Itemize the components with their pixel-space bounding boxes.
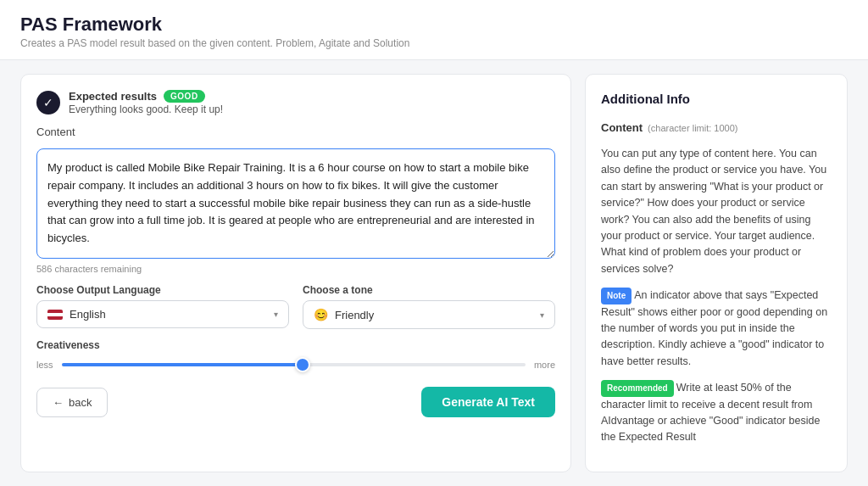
good-badge: GOOD [164,90,205,103]
tone-chevron-icon: ▾ [540,310,544,320]
generate-button[interactable]: Generate AI Text [421,387,555,417]
expected-results-bar: ✓ Expected results GOOD Everything looks… [36,90,555,115]
dropdowns-row: Choose Output Language English ▾ Choos [36,284,555,329]
creativeness-label: Creativeness [36,339,555,351]
expected-label-row: Expected results GOOD [69,90,223,103]
expected-label: Expected results [69,90,157,103]
right-panel: Additional Info Content (character limit… [585,74,848,472]
slider-row: less more [36,356,555,373]
info-body-text: You can put any type of content here. Yo… [601,146,832,277]
check-circle-icon: ✓ [36,91,60,115]
recommended-badge: Recommended [601,380,674,397]
additional-info-title: Additional Info [601,90,832,109]
back-button-label: back [69,396,92,409]
creativeness-section: Creativeness less more [36,339,555,373]
bottom-bar: ← back Generate AI Text [36,387,555,417]
content-label: Content [36,126,555,138]
language-dropdown-group: Choose Output Language English ▾ [36,284,289,329]
smile-icon: 😊 [314,308,328,321]
info-note-text: NoteAn indicator above that says "Expect… [601,288,832,370]
chars-remaining: 586 characters remaining [36,264,555,274]
language-label: Choose Output Language [36,284,289,296]
note-badge: Note [601,288,632,304]
page-title: PAS Framework [20,14,848,36]
back-arrow-icon: ← [53,396,64,409]
language-chevron-icon: ▾ [274,310,278,319]
expected-sub-message: Everything looks good. Keep it up! [69,103,223,115]
generate-button-label: Generate AI Text [442,395,535,409]
info-content-label: Content [601,120,643,137]
note-text: An indicator above that says "Expected R… [601,289,827,367]
info-recommended-text: RecommendedWrite at least 50% of the cha… [601,380,832,446]
tone-dropdown-group: Choose a tone 😊 Friendly ▾ [303,284,555,329]
page-subtitle: Creates a PAS model result based on the … [20,37,848,49]
slider-container [62,356,526,373]
left-panel: ✓ Expected results GOOD Everything looks… [20,74,571,472]
info-section-header: Content (character limit: 1000) [601,120,832,137]
language-value: English [70,308,106,321]
expected-text-group: Expected results GOOD Everything looks g… [69,90,223,115]
slider-min-label: less [36,360,53,370]
content-textarea[interactable]: My product is called Mobile Bike Repair … [36,148,555,259]
slider-max-label: more [534,360,555,370]
tone-select-inner: 😊 Friendly [314,308,374,321]
info-char-limit: (character limit: 1000) [648,121,737,136]
language-select[interactable]: English ▾ [36,300,289,328]
back-button[interactable]: ← back [36,388,108,417]
language-select-inner: English [47,308,106,321]
tone-value: Friendly [335,309,374,321]
tone-select[interactable]: 😊 Friendly ▾ [303,300,555,329]
us-flag-icon [47,310,63,320]
tone-label: Choose a tone [303,284,555,296]
page-header: PAS Framework Creates a PAS model result… [0,0,868,60]
main-content: ✓ Expected results GOOD Everything looks… [0,60,868,486]
